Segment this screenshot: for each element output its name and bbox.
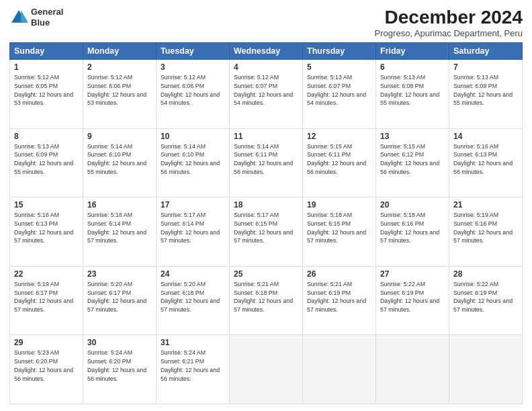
calendar-cell (376, 335, 449, 404)
day-number: 27 (380, 269, 445, 279)
day-info: Sunrise: 5:21 AM Sunset: 6:18 PM Dayligh… (234, 280, 298, 314)
calendar-cell: 13 Sunrise: 5:15 AM Sunset: 6:12 PM Dayl… (376, 128, 449, 197)
logo-line1: General (31, 7, 63, 17)
calendar-cell: 18 Sunrise: 5:17 AM Sunset: 6:15 PM Dayl… (230, 197, 303, 267)
logo: General Blue (9, 7, 63, 28)
calendar-cell: 9 Sunrise: 5:14 AM Sunset: 6:10 PM Dayli… (83, 128, 157, 197)
day-info: Sunrise: 5:13 AM Sunset: 6:09 PM Dayligh… (14, 142, 79, 177)
calendar-cell: 1 Sunrise: 5:12 AM Sunset: 6:05 PM Dayli… (10, 60, 83, 129)
calendar-cell: 31 Sunrise: 5:24 AM Sunset: 6:21 PM Dayl… (157, 335, 230, 404)
day-number: 24 (161, 269, 225, 279)
day-number: 16 (87, 200, 152, 210)
day-number: 6 (380, 62, 445, 72)
day-info: Sunrise: 5:18 AM Sunset: 6:16 PM Dayligh… (380, 211, 445, 245)
header: General Blue December 2024 Progreso, Apu… (9, 7, 523, 38)
calendar-cell: 11 Sunrise: 5:14 AM Sunset: 6:11 PM Dayl… (230, 128, 303, 197)
calendar-week-1: 1 Sunrise: 5:12 AM Sunset: 6:05 PM Dayli… (10, 60, 523, 129)
day-info: Sunrise: 5:18 AM Sunset: 6:15 PM Dayligh… (307, 211, 371, 245)
day-number: 30 (87, 338, 152, 347)
logo-text: General Blue (31, 7, 63, 28)
calendar-cell (449, 335, 523, 404)
calendar-cell: 28 Sunrise: 5:22 AM Sunset: 6:19 PM Dayl… (449, 266, 523, 335)
calendar-cell: 8 Sunrise: 5:13 AM Sunset: 6:09 PM Dayli… (10, 128, 83, 197)
day-number: 23 (87, 269, 152, 279)
day-number: 11 (234, 132, 298, 141)
day-number: 26 (307, 269, 371, 279)
calendar-cell: 29 Sunrise: 5:23 AM Sunset: 6:20 PM Dayl… (10, 335, 83, 404)
col-sunday: Sunday (10, 43, 83, 60)
calendar-cell: 5 Sunrise: 5:13 AM Sunset: 6:07 PM Dayli… (303, 60, 376, 129)
day-number: 13 (380, 132, 445, 141)
calendar-cell: 14 Sunrise: 5:16 AM Sunset: 6:13 PM Dayl… (449, 128, 523, 197)
day-number: 1 (14, 62, 79, 72)
calendar: Sunday Monday Tuesday Wednesday Thursday… (9, 42, 523, 404)
calendar-cell: 19 Sunrise: 5:18 AM Sunset: 6:15 PM Dayl… (303, 197, 376, 267)
col-wednesday: Wednesday (230, 43, 303, 60)
day-info: Sunrise: 5:14 AM Sunset: 6:11 PM Dayligh… (234, 142, 298, 177)
day-number: 8 (14, 132, 79, 141)
calendar-cell: 6 Sunrise: 5:13 AM Sunset: 6:08 PM Dayli… (376, 60, 449, 129)
subtitle: Progreso, Apurimac Department, Peru (375, 28, 523, 38)
day-number: 28 (453, 269, 518, 279)
day-info: Sunrise: 5:14 AM Sunset: 6:10 PM Dayligh… (87, 142, 152, 177)
day-info: Sunrise: 5:16 AM Sunset: 6:13 PM Dayligh… (453, 142, 518, 177)
day-number: 22 (14, 269, 79, 279)
day-info: Sunrise: 5:13 AM Sunset: 6:08 PM Dayligh… (380, 73, 445, 107)
logo-line2: Blue (31, 17, 63, 28)
calendar-cell: 16 Sunrise: 5:16 AM Sunset: 6:14 PM Dayl… (83, 197, 157, 267)
day-info: Sunrise: 5:15 AM Sunset: 6:12 PM Dayligh… (380, 142, 445, 177)
col-tuesday: Tuesday (157, 43, 230, 60)
day-info: Sunrise: 5:22 AM Sunset: 6:19 PM Dayligh… (380, 280, 445, 314)
calendar-cell: 10 Sunrise: 5:14 AM Sunset: 6:10 PM Dayl… (157, 128, 230, 197)
day-info: Sunrise: 5:12 AM Sunset: 6:05 PM Dayligh… (14, 73, 79, 107)
calendar-cell: 26 Sunrise: 5:21 AM Sunset: 6:19 PM Dayl… (303, 266, 376, 335)
calendar-week-4: 22 Sunrise: 5:19 AM Sunset: 6:17 PM Dayl… (10, 266, 523, 335)
col-monday: Monday (83, 43, 157, 60)
day-info: Sunrise: 5:20 AM Sunset: 6:17 PM Dayligh… (87, 280, 152, 314)
day-info: Sunrise: 5:21 AM Sunset: 6:19 PM Dayligh… (307, 280, 371, 314)
day-number: 17 (161, 200, 225, 210)
calendar-week-5: 29 Sunrise: 5:23 AM Sunset: 6:20 PM Dayl… (10, 335, 523, 404)
calendar-body: 1 Sunrise: 5:12 AM Sunset: 6:05 PM Dayli… (10, 60, 523, 404)
day-info: Sunrise: 5:24 AM Sunset: 6:20 PM Dayligh… (87, 349, 152, 383)
calendar-cell: 23 Sunrise: 5:20 AM Sunset: 6:17 PM Dayl… (83, 266, 157, 335)
day-number: 21 (453, 200, 518, 210)
day-info: Sunrise: 5:20 AM Sunset: 6:18 PM Dayligh… (161, 280, 225, 314)
day-number: 2 (87, 62, 152, 72)
day-number: 3 (161, 62, 225, 72)
day-info: Sunrise: 5:19 AM Sunset: 6:16 PM Dayligh… (453, 211, 518, 245)
day-number: 19 (307, 200, 371, 210)
calendar-cell: 15 Sunrise: 5:16 AM Sunset: 6:13 PM Dayl… (10, 197, 83, 267)
day-info: Sunrise: 5:14 AM Sunset: 6:10 PM Dayligh… (161, 142, 225, 177)
day-info: Sunrise: 5:16 AM Sunset: 6:14 PM Dayligh… (87, 211, 152, 245)
calendar-cell: 3 Sunrise: 5:12 AM Sunset: 6:06 PM Dayli… (157, 60, 230, 129)
day-number: 18 (234, 200, 298, 210)
main-title: December 2024 (375, 7, 523, 28)
page: General Blue December 2024 Progreso, Apu… (0, 0, 532, 411)
day-info: Sunrise: 5:22 AM Sunset: 6:19 PM Dayligh… (453, 280, 518, 314)
day-number: 10 (161, 132, 225, 141)
day-info: Sunrise: 5:13 AM Sunset: 6:09 PM Dayligh… (453, 73, 518, 107)
calendar-cell: 25 Sunrise: 5:21 AM Sunset: 6:18 PM Dayl… (230, 266, 303, 335)
day-number: 9 (87, 132, 152, 141)
col-saturday: Saturday (449, 43, 523, 60)
calendar-cell: 4 Sunrise: 5:12 AM Sunset: 6:07 PM Dayli… (230, 60, 303, 129)
day-info: Sunrise: 5:13 AM Sunset: 6:07 PM Dayligh… (307, 73, 371, 107)
calendar-header: Sunday Monday Tuesday Wednesday Thursday… (10, 43, 523, 60)
day-info: Sunrise: 5:15 AM Sunset: 6:11 PM Dayligh… (307, 142, 371, 177)
calendar-cell: 7 Sunrise: 5:13 AM Sunset: 6:09 PM Dayli… (449, 60, 523, 129)
day-number: 15 (14, 200, 79, 210)
calendar-cell: 12 Sunrise: 5:15 AM Sunset: 6:11 PM Dayl… (303, 128, 376, 197)
calendar-cell: 24 Sunrise: 5:20 AM Sunset: 6:18 PM Dayl… (157, 266, 230, 335)
day-number: 29 (14, 338, 79, 347)
calendar-cell: 30 Sunrise: 5:24 AM Sunset: 6:20 PM Dayl… (83, 335, 157, 404)
day-number: 25 (234, 269, 298, 279)
calendar-week-3: 15 Sunrise: 5:16 AM Sunset: 6:13 PM Dayl… (10, 197, 523, 267)
day-number: 12 (307, 132, 371, 141)
calendar-cell: 22 Sunrise: 5:19 AM Sunset: 6:17 PM Dayl… (10, 266, 83, 335)
calendar-cell: 2 Sunrise: 5:12 AM Sunset: 6:06 PM Dayli… (83, 60, 157, 129)
day-number: 14 (453, 132, 518, 141)
day-info: Sunrise: 5:19 AM Sunset: 6:17 PM Dayligh… (14, 280, 79, 314)
svg-marker-1 (21, 10, 28, 23)
title-block: December 2024 Progreso, Apurimac Departm… (375, 7, 523, 38)
